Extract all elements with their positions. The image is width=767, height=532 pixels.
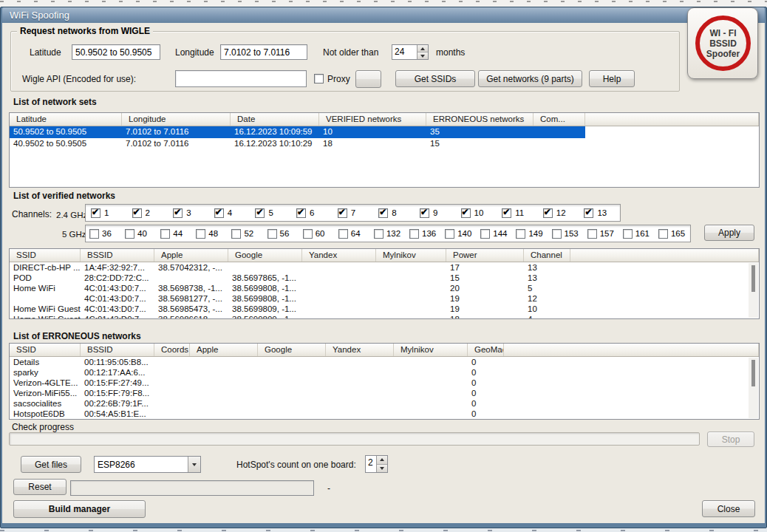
channel-checkbox-cell[interactable]: 165 <box>655 229 690 239</box>
channel-checkbox-cell[interactable]: 157 <box>584 229 619 239</box>
table-row[interactable]: Details 00:11:95:05:B8... 0 <box>10 357 504 367</box>
column-header[interactable]: Yandex <box>326 344 394 356</box>
column-header[interactable]: ERRONEOUS networks <box>426 113 534 126</box>
spin-down-button[interactable] <box>377 465 387 473</box>
channel-checkbox[interactable] <box>303 229 313 239</box>
channel-checkbox-cell[interactable]: 1 <box>86 208 127 218</box>
longitude-input[interactable] <box>220 44 307 60</box>
column-header[interactable]: Longitude <box>122 113 231 126</box>
channel-checkbox-cell[interactable]: 153 <box>548 229 584 239</box>
channel-checkbox[interactable] <box>214 208 224 218</box>
hotspot-count-value[interactable]: 2 <box>366 456 376 472</box>
channel-checkbox-cell[interactable]: 136 <box>406 229 441 239</box>
channel-checkbox[interactable] <box>173 208 183 218</box>
scrollbar[interactable] <box>749 358 758 418</box>
channel-checkbox[interactable] <box>461 208 471 218</box>
channel-checkbox[interactable] <box>445 229 454 239</box>
channel-checkbox-cell[interactable]: 60 <box>299 229 335 239</box>
channel-checkbox[interactable] <box>338 229 348 239</box>
board-select[interactable]: ESP8266 <box>94 456 201 473</box>
column-header[interactable]: Coords <box>154 344 190 356</box>
channel-checkbox-cell[interactable]: 140 <box>441 229 477 239</box>
column-header[interactable]: Apple <box>190 344 258 356</box>
channel-checkbox[interactable] <box>378 208 388 218</box>
proxy-checkbox[interactable] <box>314 74 324 83</box>
channel-checkbox-cell[interactable]: 44 <box>157 229 192 239</box>
channel-checkbox[interactable] <box>91 208 100 218</box>
column-header[interactable]: SSID <box>10 249 81 262</box>
channel-checkbox-cell[interactable]: 144 <box>477 229 512 239</box>
months-spinner[interactable]: 24 <box>392 44 429 60</box>
table-row[interactable]: Verizon-MiFi55... 00:15:FF:79:F8... 0 <box>10 388 504 398</box>
column-header[interactable]: Mylnikov <box>376 249 446 262</box>
channel-checkbox-cell[interactable]: 36 <box>86 229 121 239</box>
column-header[interactable] <box>570 249 759 262</box>
channel-checkbox-cell[interactable]: 6 <box>291 208 333 218</box>
spin-down-button[interactable] <box>417 52 428 59</box>
column-header[interactable] <box>585 113 759 126</box>
channel-checkbox[interactable] <box>231 229 241 239</box>
table-row[interactable]: DIRECT-cb-HP ... 1A:4F:32:92:7... 38.570… <box>10 262 570 273</box>
channel-checkbox-cell[interactable]: 11 <box>497 208 538 218</box>
channel-checkbox[interactable] <box>480 229 490 239</box>
channel-checkbox[interactable] <box>89 229 99 239</box>
column-header[interactable]: BSSID <box>81 344 154 356</box>
column-header[interactable]: Google <box>228 249 302 262</box>
column-header[interactable]: Date <box>231 113 319 126</box>
channel-checkbox[interactable] <box>196 229 205 239</box>
get-ssids-button[interactable]: Get SSIDs <box>395 70 475 87</box>
column-header[interactable]: Mylnikov <box>394 344 468 356</box>
channel-checkbox-cell[interactable]: 3 <box>168 208 209 218</box>
channel-checkbox-cell[interactable]: 2 <box>127 208 168 218</box>
hotspot-count-spinner[interactable]: 2 <box>365 455 388 473</box>
channel-checkbox-cell[interactable]: 52 <box>228 229 263 239</box>
close-button[interactable]: Close <box>702 500 755 517</box>
table-row[interactable]: Home WiFi Guest 4C:01:43:D0:7... 38.5698… <box>10 314 570 319</box>
channel-checkbox[interactable] <box>623 229 633 239</box>
months-value[interactable]: 24 <box>392 45 417 59</box>
channel-checkbox[interactable] <box>296 208 306 218</box>
column-header[interactable]: Latitude <box>10 113 122 126</box>
table-row[interactable]: Verizon-4GLTE... 00:15:FF:27:49... 0 <box>10 378 504 388</box>
column-header[interactable]: Com... <box>534 113 585 126</box>
scrollbar-thumb[interactable] <box>751 360 755 386</box>
table-row[interactable]: 50.9502 to 50.9505 7.0102 to 7.0116 16.1… <box>10 126 585 138</box>
channel-checkbox[interactable] <box>267 229 277 239</box>
channel-checkbox[interactable] <box>338 208 347 218</box>
wigle-api-input[interactable] <box>175 70 307 87</box>
get-networks-button[interactable]: Get networks (9 parts) <box>478 70 582 87</box>
stop-button[interactable]: Stop <box>707 432 754 447</box>
table-row[interactable]: 40.9502 to 50.9505 7.0102 to 7.0116 16.1… <box>10 138 585 150</box>
channel-checkbox[interactable] <box>374 229 384 239</box>
channel-checkbox-cell[interactable]: 64 <box>335 229 370 239</box>
column-header[interactable]: Yandex <box>302 249 376 262</box>
table-row[interactable]: sparky 00:12:17:AA:6... 0 <box>10 367 504 378</box>
channel-checkbox[interactable] <box>516 229 525 239</box>
channel-checkbox-cell[interactable]: 161 <box>619 229 655 239</box>
channel-checkbox-cell[interactable]: 7 <box>333 208 374 218</box>
column-header[interactable]: BSSID <box>81 249 154 262</box>
table-row[interactable]: Home WiFi Guest 4C:01:43:D0:7... 38.5698… <box>10 304 570 314</box>
channel-checkbox[interactable] <box>125 229 134 239</box>
erroneous-networks-table[interactable]: SSIDBSSIDCoordsAppleGoogleYandexMylnikov… <box>9 343 760 420</box>
help-button[interactable]: Help <box>589 70 635 87</box>
channel-checkbox-cell[interactable]: 10 <box>456 208 497 218</box>
channel-checkbox-cell[interactable]: 132 <box>370 229 406 239</box>
verified-networks-table[interactable]: SSIDBSSIDAppleGoogleYandexMylnikovPowerC… <box>9 248 760 319</box>
build-manager-button[interactable]: Build manager <box>13 500 146 518</box>
channel-checkbox-cell[interactable]: 56 <box>264 229 299 239</box>
table-row[interactable]: HotspotE6DB 00:54:A5:B1:E... 0 <box>10 409 504 419</box>
channel-checkbox-cell[interactable]: 4 <box>209 208 250 218</box>
channel-checkbox-cell[interactable]: 149 <box>512 229 548 239</box>
scrollbar[interactable] <box>749 263 758 318</box>
spin-up-button[interactable] <box>417 45 428 52</box>
column-header[interactable] <box>504 344 759 356</box>
channel-checkbox-cell[interactable]: 13 <box>579 208 620 218</box>
column-header[interactable]: Channel <box>524 249 570 262</box>
scrollbar-thumb[interactable] <box>751 265 755 292</box>
channel-checkbox-cell[interactable]: 12 <box>538 208 579 218</box>
title-bar[interactable]: WiFi Spoofing <box>2 7 765 23</box>
channel-checkbox[interactable] <box>658 229 668 239</box>
column-header[interactable]: GeoMac <box>468 344 504 356</box>
proxy-extra-button[interactable] <box>355 70 381 88</box>
